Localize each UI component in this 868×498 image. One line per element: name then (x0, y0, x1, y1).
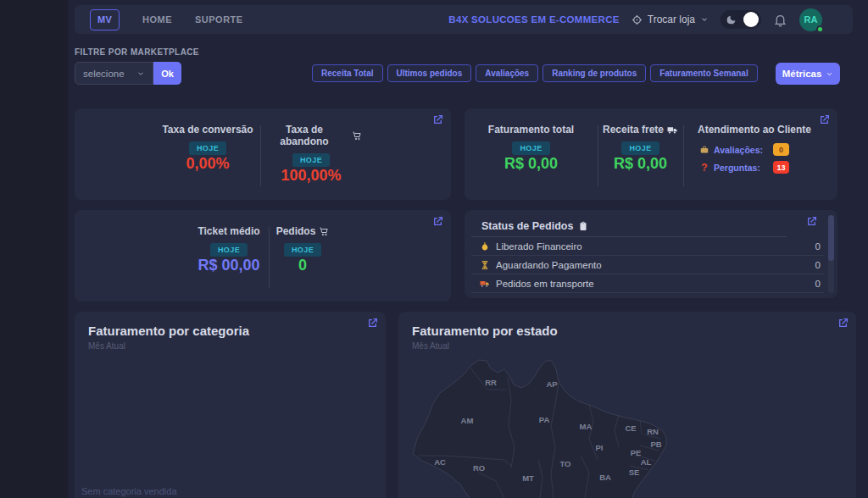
card-faturamento: Faturamento total HOJE R$ 0,00 Receita f… (465, 108, 837, 200)
marketplace-filter-label: FILTRE POR MARKETPLACE (75, 47, 199, 57)
state-label-ac[interactable]: AC (434, 457, 446, 467)
status-row-liberado-financeiro[interactable]: Liberado Financeiro 0 (471, 237, 824, 256)
avaliacoes-count-badge: 0 (773, 143, 789, 156)
metric-value-pedidos: 0 (298, 257, 307, 274)
brazil-map[interactable]: RRAPAMPAMACERNPIPBPEALSEACROMTTOBA (407, 352, 680, 498)
store-switcher-label: Trocar loja (648, 14, 695, 25)
card-faturamento-categoria: Faturamento por categoria Mês Atual Sem … (75, 312, 386, 498)
period-badge: HOJE (512, 141, 549, 155)
perguntas-count-badge: 13 (773, 161, 789, 174)
state-label-ce[interactable]: CE (625, 423, 636, 433)
state-label-ba[interactable]: BA (599, 473, 611, 482)
state-label-se[interactable]: SE (629, 468, 640, 477)
dark-mode-toggle[interactable] (721, 10, 761, 29)
store-name[interactable]: B4X SOLUCOES EM E-COMMERCE (448, 14, 619, 25)
chevron-down-icon (136, 69, 145, 78)
clipboard-icon (578, 221, 588, 231)
avaliacoes-label: Avaliações: (714, 145, 763, 155)
hourglass-icon (480, 260, 490, 270)
state-label-to[interactable]: TO (559, 459, 570, 468)
toggle-knob (743, 12, 759, 27)
period-badge: HOJE (621, 141, 659, 155)
briefcase-icon (699, 145, 709, 155)
categoria-chart-subtitle: Mês Atual (88, 341, 125, 351)
moon-icon (726, 14, 737, 25)
period-badge: HOJE (292, 153, 330, 167)
app-logo[interactable]: MV (90, 9, 120, 30)
metric-value-ticket: R$ 00,00 (198, 257, 259, 274)
state-label-pa[interactable]: PA (539, 415, 550, 424)
quicklink-avaliacoes[interactable]: Avaliações (476, 64, 538, 82)
external-link-icon[interactable] (367, 318, 378, 329)
estado-chart-subtitle: Mês Atual (412, 341, 449, 351)
nav-link-home[interactable]: HOME (142, 14, 172, 25)
external-link-icon[interactable] (819, 114, 830, 125)
avaliacoes-row[interactable]: Avaliações: 0 (699, 142, 789, 157)
nav-link-suporte[interactable]: SUPORTE (195, 14, 243, 25)
target-icon (632, 14, 643, 25)
metric-title: Receita frete (603, 124, 664, 136)
money-bag-icon (480, 241, 490, 252)
state-label-pe[interactable]: PE (631, 448, 642, 457)
external-link-icon[interactable] (806, 216, 817, 227)
quicklink-ranking-produtos[interactable]: Ranking de produtos (542, 64, 646, 82)
perguntas-label: Perguntas: (714, 163, 760, 173)
scrollbar-thumb[interactable] (828, 215, 834, 261)
online-status-dot (816, 25, 824, 33)
quicklink-ultimos-pedidos[interactable]: Ultimos pedidos (387, 64, 472, 82)
state-label-rr[interactable]: RR (485, 378, 497, 387)
state-label-am[interactable]: AM (461, 416, 474, 425)
card-ticket-pedidos: Ticket médio HOJE R$ 00,00 Pedidos HOJE … (75, 210, 451, 302)
metricas-dropdown-button[interactable]: Métricas (776, 63, 840, 85)
chevron-down-icon (700, 15, 709, 24)
external-link-icon[interactable] (432, 114, 443, 125)
metricas-label: Métricas (782, 69, 822, 79)
quicklink-faturamento-semanal[interactable]: Faturamento Semanal (650, 64, 757, 82)
status-row-label: Aguardando Pagamento (496, 260, 602, 270)
status-scrollbar[interactable] (828, 215, 834, 293)
period-badge: HOJE (210, 243, 248, 257)
notifications-bell-icon[interactable] (773, 13, 787, 27)
categoria-empty-label: Sem categoria vendida (81, 486, 177, 496)
state-label-ro[interactable]: RO (473, 463, 485, 473)
metric-title: Pedidos (276, 225, 316, 237)
atendimento-title: Atendimento ao Cliente (698, 124, 811, 136)
state-label-ap[interactable]: AP (546, 379, 558, 389)
external-link-icon[interactable] (837, 318, 849, 329)
metric-title: Taxa de abandono (260, 124, 348, 147)
status-row-label: Pedidos em transporte (496, 279, 594, 289)
marketplace-select[interactable]: selecione (75, 62, 153, 85)
state-label-pi[interactable]: PI (596, 443, 604, 452)
state-label-ma[interactable]: MA (580, 422, 593, 431)
metric-value-conversao: 0,00% (186, 155, 229, 172)
quicklink-receita-total[interactable]: Receita Total (312, 64, 383, 82)
period-badge: HOJE (284, 243, 321, 257)
status-row-value: 0 (815, 279, 821, 289)
status-row-value: 0 (815, 260, 821, 270)
state-label-mt[interactable]: MT (522, 473, 534, 483)
state-label-pb[interactable]: PB (650, 440, 661, 449)
top-navbar: MV HOME SUPORTE B4X SOLUCOES EM E-COMMER… (75, 5, 853, 34)
truck-icon (480, 279, 490, 289)
state-label-rn[interactable]: RN (647, 427, 659, 436)
card-taxas: Taxa de conversão HOJE 0,00% Taxa de aba… (75, 108, 451, 200)
dashboard-page: MV HOME SUPORTE B4X SOLUCOES EM E-COMMER… (0, 0, 868, 498)
metric-value-abandono: 100,00% (281, 167, 341, 184)
external-link-icon[interactable] (432, 216, 443, 227)
cart-icon (319, 226, 329, 236)
estado-chart-title: Faturamento por estado (412, 324, 558, 338)
status-row-pedidos-transporte[interactable]: Pedidos em transporte 0 (471, 274, 824, 293)
main-content-area: MV HOME SUPORTE B4X SOLUCOES EM E-COMMER… (68, 0, 868, 498)
metric-value-frete: R$ 0,00 (614, 155, 667, 172)
status-row-aguardando-pagamento[interactable]: Aguardando Pagamento 0 (471, 256, 824, 274)
metric-value-faturamento: R$ 0,00 (504, 155, 558, 172)
marketplace-select-value: selecione (83, 69, 125, 79)
state-label-al[interactable]: AL (641, 457, 652, 467)
question-mark-icon: ? (699, 162, 709, 174)
period-badge: HOJE (189, 141, 226, 155)
user-avatar[interactable]: RA (799, 8, 822, 31)
perguntas-row[interactable]: ? Perguntas: 13 (699, 160, 789, 174)
store-switcher[interactable]: Trocar loja (632, 14, 709, 25)
metric-title: Faturamento total (465, 124, 598, 136)
filter-ok-button[interactable]: Ok (153, 62, 181, 85)
